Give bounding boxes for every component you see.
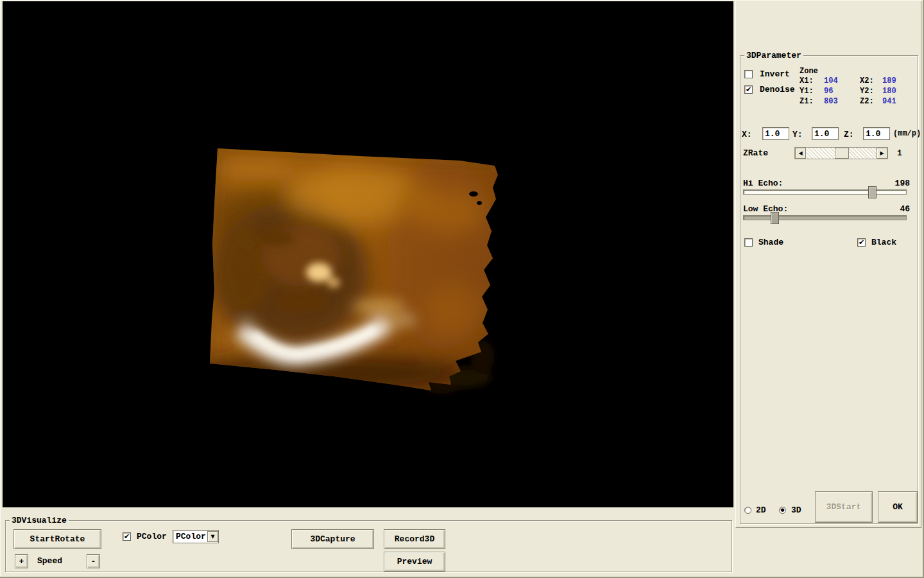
invert-checkbox[interactable]: [744, 70, 753, 78]
mode-3d-label: 3D: [791, 505, 801, 515]
hi-echo-label: Hi Echo:: [743, 179, 783, 188]
pcolor-combobox-arrow-button[interactable]: ▼: [207, 531, 218, 542]
chevron-down-icon: ▼: [210, 534, 214, 539]
scale-z-input[interactable]: [863, 127, 890, 140]
zrate-scrollbar[interactable]: ◀ ▶: [794, 147, 888, 159]
zone-x2-value: 189: [882, 76, 896, 86]
start3d-button-label: 3DStart: [826, 502, 862, 512]
check-icon: ✔: [858, 239, 865, 246]
pcolor-checkbox-label: PColor: [137, 532, 167, 541]
scale-y-input[interactable]: [812, 127, 839, 140]
low-echo-slider-thumb[interactable]: [771, 212, 779, 224]
zone-y2-label: Y2:: [860, 87, 874, 96]
capture3d-button[interactable]: 3DCapture: [291, 529, 374, 549]
preview-button-label: Preview: [397, 557, 432, 566]
zone-z2-value: 941: [882, 97, 896, 107]
zrate-scrollbar-thumb[interactable]: [835, 148, 849, 159]
zrate-value: 1: [897, 148, 902, 158]
zone-x1-label: X1:: [800, 76, 814, 86]
visualize-groupbox: 3DVisualize StartRotate ✔ PColor PColor …: [5, 520, 732, 572]
shade-checkbox[interactable]: [744, 238, 753, 247]
mode-2d-label: 2D: [756, 505, 766, 515]
zrate-scroll-right-button[interactable]: ▶: [877, 148, 887, 159]
ok-button-label: OK: [893, 502, 903, 512]
zone-z1-label: Z1:: [800, 97, 814, 107]
capture3d-button-label: 3DCapture: [310, 534, 355, 544]
pcolor-combobox-value: PColor: [173, 531, 207, 542]
hi-echo-value: 198: [893, 179, 910, 188]
record3d-button[interactable]: Record3D: [384, 529, 445, 549]
ultrasound-volume-render: [3, 1, 733, 507]
start-rotate-button-label: StartRotate: [30, 534, 85, 544]
render-viewport[interactable]: [3, 1, 733, 507]
scale-x-label: X:: [742, 130, 752, 139]
parameter-groupbox: 3DParameter Invert ✔ Denoise Zone X1: 10…: [740, 55, 918, 524]
denoise-checkbox[interactable]: ✔: [744, 85, 753, 94]
zone-z2-label: Z2:: [860, 97, 874, 107]
zrate-label: ZRate: [743, 148, 768, 158]
start-rotate-button[interactable]: StartRotate: [13, 529, 101, 549]
preview-button[interactable]: Preview: [384, 552, 445, 572]
scale-unit-label: (mm/p): [893, 129, 921, 139]
zone-y1-label: Y1:: [800, 87, 814, 96]
check-icon: ✔: [123, 533, 130, 540]
record3d-button-label: Record3D: [395, 534, 434, 544]
low-echo-slider-track[interactable]: [743, 215, 907, 220]
visualize-group-title: 3DVisualize: [10, 516, 69, 525]
speed-minus-button[interactable]: -: [87, 554, 100, 568]
parameter-group-title: 3DParameter: [744, 51, 803, 60]
zone-y1-value: 96: [824, 87, 833, 96]
black-checkbox[interactable]: ✔: [857, 238, 866, 247]
mode-2d-radio[interactable]: [744, 507, 751, 514]
zone-x1-value: 104: [824, 76, 838, 86]
app-window: 3DParameter Invert ✔ Denoise Zone X1: 10…: [0, 0, 924, 578]
speed-plus-button-label: +: [19, 557, 24, 566]
invert-label: Invert: [760, 69, 790, 79]
check-icon: ✔: [745, 86, 752, 93]
black-label: Black: [871, 238, 896, 247]
zone-label: Zone: [800, 67, 818, 76]
scroll-left-icon: ◀: [798, 150, 802, 156]
zrate-scroll-left-button[interactable]: ◀: [795, 148, 806, 159]
speed-label: Speed: [37, 556, 62, 566]
scale-y-label: Y:: [792, 130, 803, 139]
parameter-panel: 3DParameter Invert ✔ Denoise Zone X1: 10…: [735, 1, 921, 528]
zone-z1-value: 803: [824, 97, 838, 107]
hi-echo-slider-thumb[interactable]: [868, 186, 877, 198]
start3d-button[interactable]: 3DStart: [815, 491, 873, 523]
ok-button[interactable]: OK: [878, 491, 918, 523]
hi-echo-slider-track[interactable]: [743, 189, 907, 195]
low-echo-label: Low Echo:: [743, 204, 788, 214]
scale-z-label: Z:: [844, 130, 854, 139]
pcolor-combobox[interactable]: PColor ▼: [173, 530, 219, 543]
low-echo-value: 46: [893, 204, 910, 214]
pcolor-checkbox[interactable]: ✔: [123, 532, 131, 541]
shade-label: Shade: [758, 238, 783, 247]
denoise-label: Denoise: [760, 85, 795, 94]
scroll-right-icon: ▶: [880, 150, 884, 156]
speed-plus-button[interactable]: +: [15, 554, 28, 568]
zone-y2-value: 180: [882, 87, 896, 96]
mode-3d-radio[interactable]: ●: [779, 507, 786, 514]
speed-minus-button-label: -: [91, 557, 96, 566]
radio-dot-icon: ●: [780, 507, 785, 513]
zone-x2-label: X2:: [860, 76, 874, 86]
scale-x-input[interactable]: [762, 127, 789, 140]
